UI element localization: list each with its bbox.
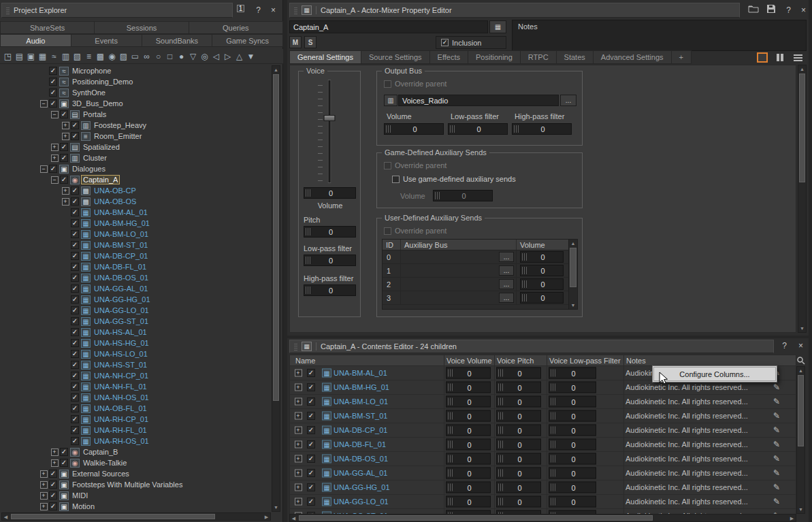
aux-send-row[interactable]: 3 ... 0 <box>383 291 568 305</box>
voice-pitch-field[interactable]: 0 <box>304 226 356 238</box>
row-pitch-field[interactable]: 0 <box>496 468 541 479</box>
tree-item-checkbox[interactable]: ✓ <box>71 382 79 391</box>
tree-item-checkbox[interactable]: ✓ <box>71 404 79 412</box>
tree-item-checkbox[interactable]: ✓ <box>49 99 57 108</box>
tree-item[interactable]: ✓ ▦ UNA-NH-FL_01 <box>0 381 272 392</box>
tree-item[interactable]: + ✓ ▣ External Sources <box>0 468 272 479</box>
tree-item[interactable]: + ✓ ▩ UNA-OB-OS <box>0 196 272 207</box>
create-music-track-icon[interactable]: ▭ <box>129 50 141 62</box>
scrollbar-thumb[interactable] <box>570 248 576 287</box>
row-lpf-field[interactable]: 0 <box>549 468 596 479</box>
tree-item[interactable]: + ✓ ≡ Room_Emitter <box>0 131 272 142</box>
use-game-aux-checkbox[interactable]: Use game-defined auxiliary sends <box>392 175 516 183</box>
row-checkbox[interactable]: ✓ <box>307 412 315 420</box>
help-icon[interactable]: ? <box>253 5 264 16</box>
tree-item-checkbox[interactable]: ✓ <box>71 230 79 238</box>
tree-item-checkbox[interactable]: ✓ <box>71 372 79 380</box>
tree-item[interactable]: ✓ ▦ UNA-HS-AL_01 <box>0 327 272 338</box>
scrollbar-thumb[interactable] <box>799 74 805 182</box>
row-notes[interactable]: Audiokinetic Inc. All rights reserved... <box>626 440 770 448</box>
tab-states[interactable]: States <box>557 50 594 64</box>
titlebar-grip[interactable] <box>294 6 297 14</box>
row-volume-field[interactable]: 0 <box>446 468 491 479</box>
expand-icon[interactable]: + <box>49 154 60 162</box>
contents-row[interactable]: + ✓ ▦ UNA-GG-AL_01 0 0 0 Audiokinetic In… <box>290 466 796 480</box>
create-sequence-container-icon[interactable]: ≡ <box>83 50 95 62</box>
scrollbar-thumb[interactable] <box>798 375 804 446</box>
browse-aux-bus-button[interactable]: ... <box>499 252 514 262</box>
tree-item[interactable]: ✓ ≈ SynthOne <box>0 87 272 98</box>
scrollbar-thumb[interactable] <box>299 515 653 521</box>
search-icon[interactable]: ◎ <box>199 50 210 62</box>
expand-icon[interactable]: + <box>293 455 304 463</box>
tree-item-checkbox[interactable]: ✓ <box>49 480 57 489</box>
row-volume-field[interactable]: 0 <box>446 439 491 451</box>
column-divider[interactable] <box>444 355 444 365</box>
create-switch-container-icon[interactable]: ▩ <box>95 50 106 62</box>
edit-notes-icon[interactable]: ✎ <box>773 483 780 492</box>
tab-sessions[interactable]: Sessions <box>95 21 189 34</box>
row-pitch-field[interactable]: 0 <box>496 382 541 393</box>
game-aux-volume-field[interactable]: 0 <box>433 190 493 201</box>
row-volume-field[interactable]: 0 <box>446 496 491 508</box>
tab-events[interactable]: Events <box>71 34 142 47</box>
override-parent-checkbox[interactable]: Override parent <box>384 161 446 169</box>
browse-aux-bus-button[interactable]: ... <box>499 293 514 303</box>
tree-item-checkbox[interactable]: ✓ <box>71 393 79 402</box>
row-notes[interactable]: Audiokinetic Inc. All rights reserved... <box>626 497 770 506</box>
expand-icon[interactable]: + <box>38 481 49 489</box>
create-music-segment-icon[interactable]: ▨ <box>118 50 129 62</box>
tree-item[interactable]: ✓ ▦ UNA-RH-CP_01 <box>0 414 272 425</box>
edit-notes-icon[interactable]: ✎ <box>773 440 780 449</box>
tab-effects[interactable]: Effects <box>430 50 468 64</box>
row-lpf-field[interactable]: 0 <box>549 482 596 493</box>
scroll-down-icon[interactable]: ▼ <box>272 504 280 511</box>
edit-notes-icon[interactable]: ✎ <box>773 468 780 478</box>
tree-item-checkbox[interactable]: ✓ <box>49 502 57 510</box>
tree-item-checkbox[interactable]: ✓ <box>49 470 57 478</box>
tree-item-checkbox[interactable]: ✓ <box>71 415 79 423</box>
edit-notes-icon[interactable]: ✎ <box>773 454 780 463</box>
open-project-icon[interactable] <box>747 4 759 15</box>
tree-item[interactable]: ✓ ▦ UNA-BM-HG_01 <box>0 218 272 229</box>
tab-queries[interactable]: Queries <box>189 21 283 34</box>
bus-volume-field[interactable]: 0 <box>384 123 444 135</box>
tree-item[interactable]: ✓ ▦ UNA-BM-ST_01 <box>0 240 272 250</box>
tree-item-checkbox[interactable]: ✓ <box>49 67 57 75</box>
tree-item[interactable]: + ✓ ▥ Cluster <box>0 152 272 163</box>
row-name[interactable]: UNA-DB-OS_01 <box>334 455 388 463</box>
contents-row[interactable]: + ✓ ▦ UNA-BM-HG_01 0 0 0 Audiokinetic In… <box>290 380 796 395</box>
row-lpf-field[interactable]: 0 <box>549 396 596 408</box>
edit-notes-icon[interactable]: ✎ <box>773 411 780 421</box>
expand-icon[interactable]: + <box>293 441 304 448</box>
tree-item[interactable]: + ✓ ▣ Motion <box>0 501 272 512</box>
tree-item[interactable]: + ✓ ◉ Captain_B <box>0 446 272 457</box>
expand-icon[interactable]: + <box>60 187 71 195</box>
expand-icon[interactable]: + <box>293 427 304 434</box>
collapse-all-icon[interactable]: △ <box>233 50 245 62</box>
create-blend-container-icon[interactable]: ▥ <box>60 50 71 62</box>
edit-notes-icon[interactable]: ✎ <box>773 382 780 392</box>
tab-item[interactable]: + <box>672 50 692 64</box>
tree-item[interactable]: ✓ ▦ UNA-HS-LO_01 <box>0 348 272 359</box>
collapse-icon[interactable]: − <box>49 176 60 184</box>
tree-item[interactable]: ✓ ▦ UNA-RH-FL_01 <box>0 425 272 436</box>
browse-aux-bus-button[interactable]: ... <box>499 279 514 289</box>
contents-row[interactable]: + ✓ ▦ UNA-DB-OS_01 0 0 0 Audiokinetic In… <box>290 452 796 466</box>
row-checkbox[interactable]: ✓ <box>307 497 315 506</box>
row-volume-field[interactable]: 0 <box>446 410 491 422</box>
pin-layout-icon[interactable]: ◳ <box>2 50 14 62</box>
tree-item[interactable]: ✓ ▦ UNA-DB-FL_01 <box>0 261 272 272</box>
mute-button[interactable]: M <box>289 36 302 48</box>
row-checkbox[interactable]: ✓ <box>307 469 315 477</box>
contents-row[interactable]: + ✓ ▦ UNA-GG-LO_01 0 0 0 Audiokinetic In… <box>290 495 796 509</box>
contents-horizontal-scrollbar[interactable]: ◀ ▶ <box>289 514 796 522</box>
slider-handle[interactable] <box>324 115 336 121</box>
redo-icon[interactable]: ▷ <box>222 50 233 62</box>
tree-item-checkbox[interactable]: ✓ <box>71 186 79 195</box>
browse-aux-bus-button[interactable]: ... <box>499 265 514 276</box>
collapse-icon[interactable]: − <box>38 165 49 173</box>
row-volume-field[interactable]: 0 <box>446 368 491 379</box>
unlink-icon[interactable]: ○ <box>152 50 164 62</box>
aux-table-scrollbar[interactable]: ▲ ▼ <box>568 240 577 309</box>
